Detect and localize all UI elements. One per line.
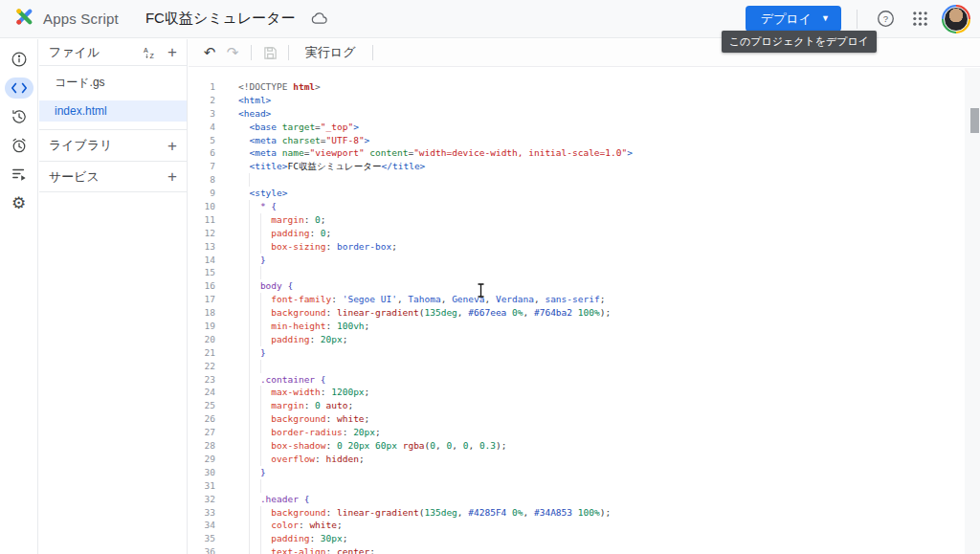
avatar-photo: [944, 7, 969, 32]
code-line[interactable]: 21 }: [189, 346, 980, 360]
indent-guide: [260, 399, 261, 412]
code-line[interactable]: 13 box-sizing: border-box;: [189, 240, 980, 254]
indent-guide: [260, 386, 261, 399]
code-editor-pane: ↶ ↷ 実行ログ 1<!DOCTYPE html>2<html>3<head>4…: [189, 39, 980, 554]
gear-icon: ⚙: [11, 195, 26, 211]
left-navigation-rail: ⚙: [0, 39, 38, 554]
execution-log-button[interactable]: 実行ログ: [296, 44, 366, 61]
code-line[interactable]: 11 margin: 0;: [189, 213, 980, 227]
add-library-button[interactable]: +: [167, 138, 177, 154]
code-line[interactable]: 17 font-family: 'Segoe UI', Tahoma, Gene…: [189, 293, 980, 306]
line-number: 25: [189, 399, 225, 412]
indent-guide: [249, 506, 250, 520]
code-line[interactable]: 22: [189, 360, 980, 373]
code-line[interactable]: 3<head>: [189, 107, 980, 121]
line-number: 18: [189, 306, 225, 320]
code-line[interactable]: 33 background: linear-gradient(135deg, #…: [189, 506, 980, 520]
code-line[interactable]: 2<html>: [189, 94, 980, 107]
code-line[interactable]: 35 padding: 30px;: [189, 532, 980, 545]
line-number: 34: [189, 519, 225, 532]
project-history-icon[interactable]: [5, 106, 33, 127]
save-icon[interactable]: [258, 41, 281, 64]
code-line[interactable]: 18 background: linear-gradient(135deg, #…: [189, 306, 980, 320]
code-line[interactable]: 30 }: [189, 466, 980, 479]
code-line[interactable]: 4 <base target="_top">: [189, 121, 980, 134]
code-line[interactable]: 8: [189, 173, 980, 187]
file-item-code-gs[interactable]: コード.gs: [39, 72, 187, 93]
code-line[interactable]: 31: [189, 479, 980, 493]
indent-guide: [260, 227, 261, 240]
code-line[interactable]: 12 padding: 0;: [189, 227, 980, 240]
project-title[interactable]: FC収益シミュレーター: [145, 10, 296, 28]
deploy-button[interactable]: デプロイ ▼: [746, 6, 841, 32]
apps-script-logo[interactable]: Apps Script: [0, 6, 119, 32]
google-apps-grid-icon[interactable]: [907, 7, 932, 32]
indent-guide: [249, 426, 250, 439]
indent-guide: [260, 439, 261, 453]
code-line[interactable]: 19 min-height: 100vh;: [189, 320, 980, 333]
indent-guide: [260, 320, 261, 333]
undo-icon[interactable]: ↶: [198, 41, 221, 64]
indent-guide: [249, 479, 250, 493]
files-panel: ファイル A Z + コード.gs index.html ライブラリ: [39, 39, 188, 554]
indent-guide: [249, 173, 250, 187]
line-number: 31: [189, 479, 225, 493]
file-item-index-html[interactable]: index.html: [39, 100, 187, 122]
svg-text:Z: Z: [150, 53, 155, 59]
files-header-label: ファイル: [49, 44, 100, 61]
indent-guide: [260, 240, 261, 254]
divider: [251, 45, 252, 60]
redo-icon[interactable]: ↷: [221, 41, 244, 64]
add-file-button[interactable]: +: [167, 44, 177, 60]
code-line[interactable]: 23 .container {: [189, 373, 980, 387]
code-line[interactable]: 29 overflow: hidden;: [189, 453, 980, 466]
code-line[interactable]: 14 }: [189, 254, 980, 267]
code-line[interactable]: 9 <style>: [189, 187, 980, 200]
settings-gear-icon[interactable]: ⚙: [5, 192, 33, 213]
editor-code-icon[interactable]: [5, 78, 33, 99]
line-number: 15: [189, 266, 225, 279]
code-line[interactable]: 1<!DOCTYPE html>: [189, 80, 980, 94]
line-number: 19: [189, 320, 225, 333]
code-line[interactable]: 27 border-radius: 20px;: [189, 426, 980, 439]
indent-guide: [249, 439, 250, 453]
triggers-clock-icon[interactable]: [5, 135, 33, 156]
indent-guide: [249, 453, 250, 466]
line-number: 6: [189, 146, 225, 160]
indent-guide: [249, 519, 250, 532]
indent-guide: [249, 227, 250, 240]
code-line[interactable]: 34 color: white;: [189, 519, 980, 532]
indent-guide: [260, 453, 261, 466]
code-line[interactable]: 6 <meta name="viewport" content="width=d…: [189, 146, 980, 160]
code-line[interactable]: 10 * {: [189, 200, 980, 213]
services-label: サービス: [49, 168, 100, 186]
code-line[interactable]: 20 padding: 20px;: [189, 333, 980, 346]
line-number: 28: [189, 439, 225, 453]
editor-scrollbar-track[interactable]: [965, 68, 980, 554]
services-section: サービス +: [39, 161, 187, 192]
files-panel-header: ファイル A Z +: [39, 39, 187, 66]
editor-scrollbar-thumb[interactable]: [970, 108, 979, 133]
help-icon[interactable]: ?: [873, 7, 898, 32]
code-line[interactable]: 16 body {: [189, 279, 980, 293]
code-line[interactable]: 26 background: white;: [189, 412, 980, 426]
executions-icon[interactable]: [5, 164, 33, 185]
add-service-button[interactable]: +: [167, 168, 177, 185]
overview-info-icon[interactable]: [5, 49, 33, 70]
code-line[interactable]: 7 <title>FC収益シミュレーター</title>: [189, 160, 980, 173]
code-editor-content[interactable]: 1<!DOCTYPE html>2<html>3<head>4 <base ta…: [189, 68, 980, 554]
chevron-down-icon: ▼: [821, 14, 830, 23]
az-sort-icon[interactable]: A Z: [143, 46, 158, 59]
line-number: 35: [189, 532, 225, 545]
code-line[interactable]: 15: [189, 266, 980, 279]
code-line[interactable]: 28 box-shadow: 0 20px 60px rgba(0, 0, 0,…: [189, 439, 980, 453]
user-avatar[interactable]: [942, 5, 970, 33]
indent-guide: [260, 519, 261, 532]
code-line[interactable]: 25 margin: 0 auto;: [189, 399, 980, 412]
code-line[interactable]: 32 .header {: [189, 493, 980, 506]
app-name: Apps Script: [43, 11, 119, 27]
code-line[interactable]: 24 max-width: 1200px;: [189, 386, 980, 399]
code-line[interactable]: 36 text-align: center;: [189, 545, 980, 554]
line-number: 4: [189, 121, 225, 134]
code-line[interactable]: 5 <meta charset="UTF-8">: [189, 134, 980, 147]
